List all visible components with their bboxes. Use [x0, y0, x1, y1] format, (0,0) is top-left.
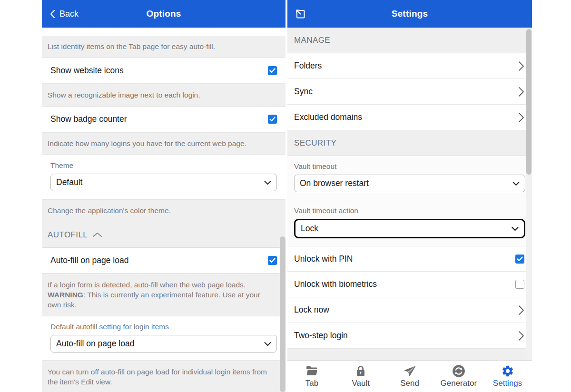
nav-item-send[interactable]: Send: [385, 361, 434, 392]
unlock-with-biometrics-row: Unlock with biometrics: [287, 272, 532, 297]
settings-panel: Settings MANAGE Folders Sync Excluded do…: [287, 0, 532, 392]
nav-item-vault-label: Vault: [352, 379, 370, 388]
identity-hint: List identity items on the Tab page for …: [42, 36, 286, 58]
options-scrollbar-thumb[interactable]: [280, 236, 286, 392]
folders-label: Folders: [294, 61, 322, 71]
vault-timeout-label: Vault timeout: [294, 162, 525, 171]
chevron-right-icon: [518, 305, 524, 315]
lock-icon: [354, 364, 367, 378]
autofill-section-label: AUTOFILL: [48, 230, 88, 240]
settings-scrollbar-track[interactable]: [526, 28, 532, 360]
lock-now-row[interactable]: Lock now: [287, 297, 532, 323]
excluded-domains-label: Excluded domains: [294, 112, 362, 122]
gear-icon: [501, 364, 514, 378]
nav-item-send-label: Send: [400, 379, 419, 388]
check-icon: [269, 117, 276, 122]
chevron-right-icon: [518, 61, 524, 71]
unlock-with-pin-row: Unlock with PIN: [287, 246, 532, 272]
send-icon: [403, 364, 417, 378]
show-website-icons-hint: Show a recognizable image next to each l…: [42, 84, 286, 107]
security-section-label: SECURITY: [294, 138, 336, 148]
autofill-on-page-load-checkbox[interactable]: [268, 256, 277, 265]
vault-timeout-select-value: On browser restart: [300, 178, 369, 188]
vault-timeout-action-select-value: Lock: [301, 224, 318, 234]
autofill-hint-warning-word: WARNING: [48, 291, 83, 299]
nav-item-vault[interactable]: Vault: [336, 361, 385, 392]
nav-item-tab-label: Tab: [305, 379, 318, 388]
show-badge-counter-label: Show badge counter: [50, 114, 127, 124]
theme-select[interactable]: Default: [50, 174, 277, 191]
autofill-on-page-load-label: Auto-fill on page load: [50, 255, 128, 265]
vault-timeout-action-select[interactable]: Lock: [294, 219, 525, 238]
options-panel: Back Options List identity items on the …: [42, 0, 286, 392]
autofill-section-header[interactable]: AUTOFILL: [42, 222, 286, 248]
unlock-with-biometrics-label: Unlock with biometrics: [294, 279, 377, 289]
sync-row[interactable]: Sync: [287, 79, 532, 105]
chevron-right-icon: [518, 87, 524, 97]
default-autofill-select[interactable]: Auto-fill on page load: [50, 335, 277, 353]
vault-timeout-action-group: Vault timeout action Lock: [287, 200, 532, 246]
default-autofill-group: Default autofill setting for login items…: [42, 316, 286, 361]
unlock-with-pin-checkbox[interactable]: [515, 255, 524, 264]
autofill-hint-text: If a login form is detected, auto-fill w…: [48, 281, 246, 289]
lock-now-label: Lock now: [294, 305, 329, 315]
nav-item-settings-label: Settings: [493, 379, 522, 388]
default-autofill-hint: You can turn off auto-fill on page load …: [42, 361, 286, 392]
autofill-warning-hint: If a login form is detected, auto-fill w…: [42, 274, 286, 316]
options-header: Back Options: [42, 0, 286, 28]
bottom-nav: Tab Vault: [287, 360, 532, 392]
theme-select-value: Default: [56, 177, 82, 187]
default-autofill-select-value: Auto-fill on page load: [56, 339, 134, 349]
show-badge-counter-hint: Indicate how many logins you have for th…: [42, 132, 286, 155]
theme-hint: Change the application's color theme.: [42, 199, 286, 222]
nav-item-generator-label: Generator: [441, 379, 477, 388]
nav-item-settings[interactable]: Settings: [483, 361, 532, 392]
scrolled-row-sliver: [42, 28, 286, 36]
theme-group: Theme Default: [42, 155, 286, 199]
check-icon: [517, 256, 523, 262]
show-website-icons-label: Show website icons: [50, 66, 124, 76]
settings-scrollbar-thumb[interactable]: [526, 29, 532, 175]
chevron-down-icon: [512, 226, 519, 231]
nav-item-tab[interactable]: Tab: [287, 361, 336, 392]
vault-timeout-select[interactable]: On browser restart: [294, 175, 525, 192]
chevron-down-icon: [264, 342, 271, 346]
chevron-right-icon: [518, 331, 524, 341]
settings-title: Settings: [287, 9, 532, 19]
chevron-down-icon: [264, 180, 271, 185]
two-step-login-label: Two-step login: [294, 331, 348, 341]
generator-icon: [452, 364, 465, 378]
check-icon: [269, 258, 276, 263]
vault-timeout-group: Vault timeout On browser restart: [287, 156, 532, 200]
unlock-with-biometrics-checkbox[interactable]: [515, 280, 524, 289]
back-chevron-icon: [50, 10, 55, 19]
popout-icon: [294, 8, 307, 20]
excluded-domains-row[interactable]: Excluded domains: [287, 105, 532, 130]
show-website-icons-checkbox[interactable]: [268, 66, 277, 75]
back-button[interactable]: Back: [42, 9, 79, 19]
manage-section-label: MANAGE: [294, 36, 330, 45]
manage-section-header: MANAGE: [287, 28, 532, 53]
app-canvas: Back Options List identity items on the …: [0, 0, 571, 392]
theme-label: Theme: [50, 161, 277, 170]
unlock-with-pin-label: Unlock with PIN: [294, 254, 353, 264]
settings-header: Settings: [287, 0, 532, 28]
autofill-on-page-load-row: Auto-fill on page load: [42, 248, 286, 274]
nav-item-generator[interactable]: Generator: [434, 361, 483, 392]
chevron-down-icon: [512, 181, 520, 186]
show-website-icons-row: Show website icons: [42, 58, 286, 84]
caret-up-icon: [92, 232, 102, 237]
vault-timeout-action-label: Vault timeout action: [294, 206, 525, 215]
folder-icon: [305, 364, 319, 378]
show-badge-counter-checkbox[interactable]: [268, 115, 277, 124]
popout-button[interactable]: [294, 8, 307, 20]
back-label: Back: [59, 9, 79, 19]
check-icon: [269, 68, 276, 73]
chevron-right-icon: [518, 112, 524, 123]
default-autofill-label: Default autofill setting for login items: [50, 323, 277, 331]
two-step-login-row[interactable]: Two-step login: [287, 323, 532, 349]
folders-row[interactable]: Folders: [287, 53, 532, 79]
security-section-header: SECURITY: [287, 130, 532, 156]
sync-label: Sync: [294, 87, 313, 97]
show-badge-counter-row: Show badge counter: [42, 107, 286, 132]
